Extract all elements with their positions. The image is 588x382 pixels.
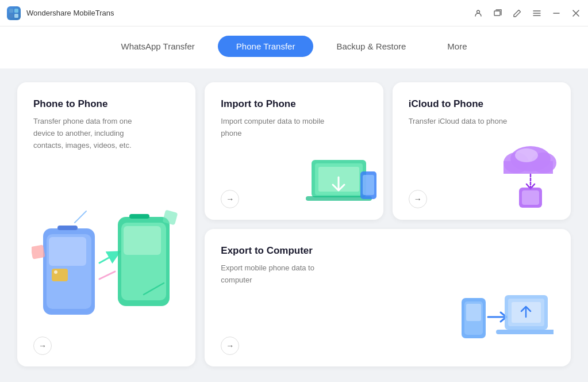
svg-rect-12 [129, 214, 149, 219]
icloud-to-phone-title: iCloud to Phone [409, 98, 555, 110]
svg-point-28 [515, 148, 538, 162]
card-export-to-computer[interactable]: Export to Computer Export mobile phone d… [205, 229, 571, 366]
profile-icon[interactable] [473, 8, 483, 18]
icloud-illustration [487, 137, 568, 212]
main-content: Phone to Phone Transfer phone data from … [0, 68, 588, 380]
svg-rect-23 [363, 175, 374, 195]
icloud-to-phone-arrow[interactable]: → [409, 190, 427, 208]
card-phone-to-phone[interactable]: Phone to Phone Transfer phone data from … [17, 82, 195, 366]
nav-tabs: WhatsApp Transfer Phone Transfer Backup … [0, 26, 588, 68]
export-illustration [450, 284, 554, 358]
titlebar: Wondershare MobileTrans [0, 0, 588, 26]
app-icon [7, 6, 21, 20]
close-button[interactable] [571, 8, 581, 18]
tab-whatsapp[interactable]: WhatsApp Transfer [102, 36, 213, 57]
svg-rect-2 [9, 14, 13, 18]
export-to-computer-arrow[interactable]: → [221, 337, 239, 355]
svg-rect-16 [32, 245, 45, 259]
minimize-button[interactable] [551, 8, 562, 18]
phone-to-phone-title: Phone to Phone [33, 98, 179, 110]
app-title: Wondershare MobileTrans [26, 9, 114, 17]
icloud-to-phone-desc: Transfer iCloud data to phone [409, 116, 524, 128]
svg-rect-33 [466, 304, 481, 321]
import-illustration [300, 143, 381, 212]
menu-icon[interactable] [532, 8, 542, 18]
svg-rect-30 [522, 190, 539, 205]
card-icloud-to-phone[interactable]: iCloud to Phone Transfer iCloud data to … [393, 82, 571, 220]
svg-rect-14 [52, 269, 68, 281]
svg-point-15 [54, 270, 57, 274]
import-to-phone-desc: Import computer data to mobile phone [221, 116, 336, 140]
svg-rect-5 [494, 11, 500, 16]
window-icon[interactable] [493, 8, 503, 18]
export-to-computer-desc: Export mobile phone data to computer [221, 262, 336, 286]
titlebar-controls [473, 8, 581, 18]
svg-rect-9 [49, 237, 86, 266]
import-to-phone-title: Import to Phone [221, 98, 367, 110]
phone-to-phone-illustration [32, 194, 181, 332]
edit-icon[interactable] [512, 8, 522, 18]
svg-rect-0 [9, 9, 13, 13]
phone-to-phone-arrow[interactable]: → [33, 337, 52, 355]
svg-rect-1 [14, 9, 18, 13]
phone-to-phone-desc: Transfer phone data from one device to a… [33, 116, 148, 151]
export-to-computer-title: Export to Computer [221, 245, 555, 257]
svg-rect-27 [504, 161, 553, 174]
svg-rect-8 [57, 226, 78, 230]
svg-rect-13 [124, 226, 161, 255]
tab-phone[interactable]: Phone Transfer [218, 36, 314, 57]
import-to-phone-arrow[interactable]: → [221, 190, 239, 208]
svg-point-4 [477, 10, 480, 13]
tab-backup[interactable]: Backup & Restore [318, 36, 424, 57]
svg-rect-37 [496, 330, 554, 334]
svg-rect-3 [14, 14, 18, 18]
card-import-to-phone[interactable]: Import to Phone Import computer data to … [205, 82, 383, 220]
tab-more[interactable]: More [429, 36, 485, 57]
